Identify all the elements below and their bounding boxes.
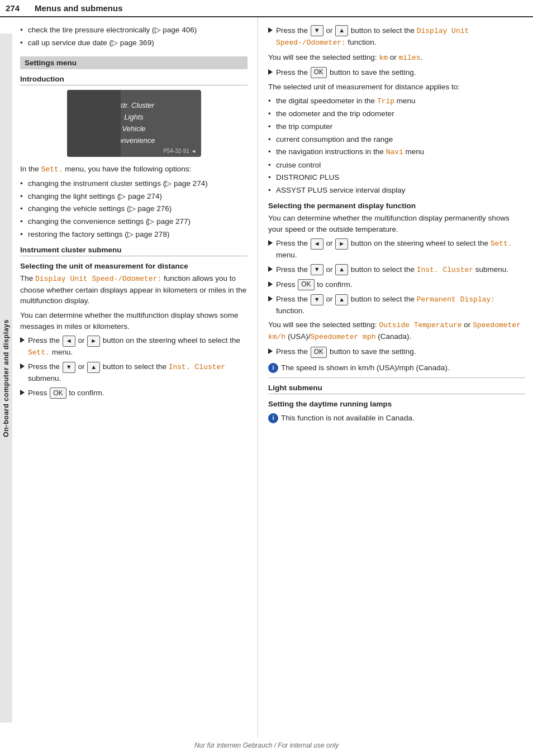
left-column: check the tire pressure electronically (…	[12, 17, 258, 738]
step-text: Press the ▼ or ▲ button to select the Di…	[276, 25, 525, 49]
page-footer: Nur für internen Gebrauch / For internal…	[0, 741, 533, 749]
options-bullet-list: changing the instrument cluster settings…	[20, 179, 248, 240]
btn-up[interactable]: ▲	[335, 264, 348, 275]
page-header: 274 Menus and submenus	[0, 0, 533, 17]
introduction-heading: Introduction	[20, 75, 248, 85]
btn-down[interactable]: ▼	[63, 362, 75, 373]
side-label-text: On-board computer and displays	[2, 319, 10, 437]
btn-right[interactable]: ►	[87, 336, 100, 347]
step-right-1: Press the ▼ or ▲ button to select the Di…	[268, 25, 525, 49]
sett-intro-para: In the Sett. menu, you have the followin…	[20, 164, 248, 175]
step-ok-2: Press the OK button to save the setting.	[268, 346, 525, 357]
you-will-see-permanent: You will see the selected setting: Outsi…	[268, 319, 525, 343]
list-item: changing the instrument cluster settings…	[20, 179, 248, 189]
list-item: check the tire pressure electronically (…	[20, 25, 248, 36]
step-ok-1: Press the OK button to save the setting.	[268, 67, 525, 78]
divider	[268, 377, 525, 378]
btn-left[interactable]: ◄	[311, 238, 323, 250]
list-item: changing the vehicle settings (▷ page 27…	[20, 204, 248, 214]
main-content: check the tire pressure electronically (…	[12, 17, 533, 738]
daytime-lamps-heading: Setting the daytime running lamps	[268, 400, 525, 408]
step-perm-2: Press the ▼ or ▲ button to select the In…	[268, 264, 525, 276]
page-number: 274	[6, 3, 26, 13]
list-item: changing the convenience settings (▷ pag…	[20, 217, 248, 227]
cluster-image-code: P54-32-91 ◄	[163, 148, 196, 154]
miles-mono: miles	[399, 54, 421, 62]
btn-down[interactable]: ▼	[311, 294, 323, 305]
measurement-applies-text: The selected unit of measurement for dis…	[268, 82, 525, 93]
sett-mono: Sett.	[41, 165, 63, 174]
btn-right[interactable]: ►	[335, 238, 348, 250]
step-left-2: Press the ▼ or ▲ button to select the In…	[20, 361, 248, 384]
step-text: Press OK to confirm.	[276, 279, 352, 290]
arrow-icon	[268, 348, 273, 354]
arrow-icon	[20, 390, 25, 395]
sett-mono: Sett.	[491, 240, 512, 248]
settings-menu-label: Settings menu	[20, 56, 248, 69]
list-item: ASSYST PLUS service interval display	[268, 185, 525, 196]
sett-menu-mono: Sett.	[28, 348, 50, 357]
permanent-display-mono: Permanent Display:	[417, 295, 495, 304]
list-item: DISTRONIC PLUS	[268, 173, 525, 183]
step-text: Press the OK button to save the setting.	[276, 67, 416, 78]
step-text: Press the ◄ or ► button on the steering …	[28, 335, 248, 358]
list-item: changing the light settings (▷ page 274)	[20, 192, 248, 202]
right-column: Press the ▼ or ▲ button to select the Di…	[258, 17, 533, 738]
unit-para2: You can determine whether the multifunct…	[20, 310, 248, 332]
btn-ok[interactable]: OK	[50, 387, 66, 399]
list-item: the trip computer	[268, 122, 525, 132]
step-perm-4: Press the ▼ or ▲ button to select the Pe…	[268, 294, 525, 316]
cluster-image: Instr. ClusterLightsVehicleConvenience P…	[67, 90, 201, 157]
btn-ok[interactable]: OK	[298, 279, 314, 290]
arrow-icon	[268, 266, 273, 272]
intro-bullet-list: check the tire pressure electronically (…	[20, 25, 248, 49]
list-item: call up service due date (▷ page 369)	[20, 38, 248, 49]
info-line-daytime: i This function is not available in Cana…	[268, 413, 525, 424]
list-item: the navigation instructions in the Navi …	[268, 147, 525, 157]
navi-mono: Navi	[386, 148, 403, 156]
list-item: restoring the factory settings (▷ page 2…	[20, 229, 248, 240]
arrow-icon	[268, 240, 273, 246]
step-text: Press the ◄ or ► button on the steering …	[276, 238, 525, 260]
step-text: Press OK to confirm.	[28, 387, 104, 399]
step-left-3: Press OK to confirm.	[20, 387, 248, 399]
km-mono: km	[379, 54, 388, 62]
cluster-left-panel	[67, 90, 121, 157]
btn-up[interactable]: ▲	[335, 294, 348, 305]
list-item: the odometer and the trip odometer	[268, 109, 525, 119]
info-line-speed: i The speed is shown in km/h (USA)/mph (…	[268, 362, 525, 374]
unit-measurement-heading: Selecting the unit of measurement for di…	[20, 262, 248, 270]
list-item: current consumption and the range	[268, 135, 525, 145]
btn-down[interactable]: ▼	[311, 25, 323, 36]
btn-up[interactable]: ▲	[335, 25, 348, 36]
list-item: the digital speedometer in the Trip menu	[268, 96, 525, 107]
step-text: Press the ▼ or ▲ button to select the In…	[276, 264, 508, 276]
step-text: Press the OK button to save the setting.	[276, 346, 416, 357]
info-text: This function is not available in Canada…	[281, 413, 415, 424]
btn-ok[interactable]: OK	[311, 347, 327, 358]
page-title: Menus and submenus	[35, 3, 123, 13]
permanent-display-heading: Selecting the permanent display function	[268, 202, 525, 210]
arrow-icon	[268, 69, 273, 75]
btn-ok[interactable]: OK	[311, 67, 327, 78]
btn-left[interactable]: ◄	[63, 336, 75, 347]
info-icon: i	[268, 413, 278, 423]
arrow-icon	[268, 281, 273, 287]
permanent-display-intro: You can determine whether the multifunct…	[268, 213, 525, 235]
side-label: On-board computer and displays	[0, 34, 12, 722]
arrow-icon	[20, 363, 25, 369]
unit-intro-para: The Display Unit Speed-/Odometer: functi…	[20, 273, 248, 307]
speedometer-mph-mono: Speedometer mph	[310, 333, 375, 341]
btn-down[interactable]: ▼	[311, 264, 323, 275]
list-item: cruise control	[268, 160, 525, 171]
outside-temp-mono: Outside Temperature	[379, 321, 461, 329]
arrow-icon	[20, 337, 25, 343]
trip-mono: Trip	[377, 97, 394, 106]
step-perm-1: Press the ◄ or ► button on the steering …	[268, 238, 525, 260]
info-icon: i	[268, 363, 278, 373]
instrument-cluster-submenu-heading: Instrument cluster submenu	[20, 246, 248, 256]
light-submenu-heading: Light submenu	[268, 384, 525, 394]
inst-cluster-mono: Inst. Cluster	[169, 363, 225, 371]
btn-up[interactable]: ▲	[87, 362, 100, 373]
step-left-1: Press the ◄ or ► button on the steering …	[20, 335, 248, 358]
